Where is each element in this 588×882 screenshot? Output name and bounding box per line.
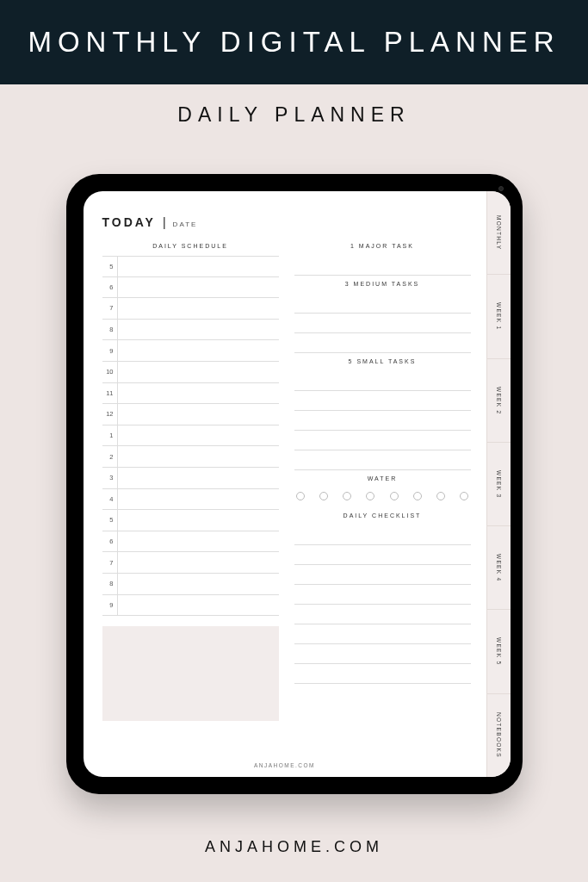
schedule-row[interactable]: 8 xyxy=(102,574,279,595)
water-circle-icon[interactable] xyxy=(436,492,445,500)
schedule-row[interactable]: 6 xyxy=(102,531,279,553)
subheader-title: DAILY PLANNER xyxy=(0,103,588,127)
task-line[interactable] xyxy=(294,431,471,450)
hour-label: 8 xyxy=(102,574,118,594)
medium-tasks-group: 3 MEDIUM TASKS xyxy=(294,281,471,353)
left-column: DAILY SCHEDULE 5 6 7 8 9 10 11 12 1 2 xyxy=(102,243,279,721)
tab-label: NOTEBOOKS xyxy=(496,712,502,758)
hour-label: 10 xyxy=(102,362,118,382)
planner-page: TODAY | DATE DAILY SCHEDULE 5 6 7 8 9 10 xyxy=(84,191,486,777)
tab-week-4[interactable]: WEEK 4 xyxy=(487,526,511,610)
hour-label: 11 xyxy=(102,383,118,404)
today-label: TODAY xyxy=(102,215,156,229)
hour-label: 2 xyxy=(102,446,118,467)
tab-label: WEEK 3 xyxy=(496,470,502,498)
water-circle-icon[interactable] xyxy=(296,492,305,500)
tab-label: WEEK 1 xyxy=(496,302,502,330)
medium-tasks-title: 3 MEDIUM TASKS xyxy=(294,281,471,287)
hour-label: 9 xyxy=(102,595,118,616)
schedule-row[interactable]: 8 xyxy=(102,320,279,341)
schedule-row[interactable]: 10 xyxy=(102,362,279,383)
water-circle-icon[interactable] xyxy=(390,492,399,500)
water-circle-icon[interactable] xyxy=(413,492,422,500)
checklist-line[interactable] xyxy=(294,664,471,684)
hour-label: 9 xyxy=(102,340,118,361)
checklist-line[interactable] xyxy=(294,644,471,664)
schedule-title: DAILY SCHEDULE xyxy=(102,243,279,249)
schedule-row[interactable]: 3 xyxy=(102,468,279,489)
tab-label: WEEK 2 xyxy=(496,387,502,414)
tab-week-3[interactable]: WEEK 3 xyxy=(487,443,511,526)
schedule-row[interactable]: 6 xyxy=(102,277,279,299)
schedule-row[interactable]: 5 xyxy=(102,256,279,277)
tab-strip: MONTHLY WEEK 1 WEEK 2 WEEK 3 WEEK 4 WEEK… xyxy=(486,191,511,777)
task-line[interactable] xyxy=(294,450,471,470)
subheader: DAILY PLANNER xyxy=(0,84,588,127)
schedule-row[interactable]: 7 xyxy=(102,552,279,574)
tab-notebooks[interactable]: NOTEBOOKS xyxy=(487,694,511,777)
water-row xyxy=(294,488,471,507)
tab-label: WEEK 5 xyxy=(496,637,502,665)
schedule-row[interactable]: 12 xyxy=(102,404,279,425)
camera-icon xyxy=(498,186,504,191)
task-line[interactable] xyxy=(294,333,471,353)
water-circle-icon[interactable] xyxy=(343,492,351,500)
checklist-line[interactable] xyxy=(294,545,471,565)
schedule-row[interactable]: 9 xyxy=(102,595,279,617)
hour-label: 7 xyxy=(102,298,118,319)
hour-label: 6 xyxy=(102,531,118,552)
schedule-row[interactable]: 7 xyxy=(102,298,279,320)
water-circle-icon[interactable] xyxy=(319,492,328,500)
checklist-line[interactable] xyxy=(294,585,471,605)
hour-label: 12 xyxy=(102,404,118,425)
task-line[interactable] xyxy=(294,391,471,411)
tablet-mockup: TODAY | DATE DAILY SCHEDULE 5 6 7 8 9 10 xyxy=(66,174,523,794)
hour-label: 5 xyxy=(102,257,118,276)
task-line[interactable] xyxy=(294,371,471,391)
schedule-row[interactable]: 11 xyxy=(102,383,279,405)
checklist-line[interactable] xyxy=(294,624,471,644)
tab-week-2[interactable]: WEEK 2 xyxy=(487,359,511,443)
checklist-group: DAILY CHECKLIST xyxy=(294,512,471,684)
header-title: MONTHLY DIGITAL PLANNER xyxy=(28,26,560,59)
water-circle-icon[interactable] xyxy=(460,492,468,500)
water-group: WATER xyxy=(294,475,471,507)
page-footer-url: ANJAHOME.COM xyxy=(84,762,486,768)
schedule-row[interactable]: 5 xyxy=(102,510,279,531)
schedule-row[interactable]: 9 xyxy=(102,340,279,362)
tab-week-5[interactable]: WEEK 5 xyxy=(487,610,511,693)
schedule-row[interactable]: 4 xyxy=(102,489,279,511)
hour-label: 1 xyxy=(102,425,118,446)
tablet-frame: TODAY | DATE DAILY SCHEDULE 5 6 7 8 9 10 xyxy=(66,174,523,794)
task-line[interactable] xyxy=(294,294,471,314)
small-tasks-group: 5 SMALL TASKS xyxy=(294,358,471,470)
checklist-title: DAILY CHECKLIST xyxy=(294,512,471,519)
water-title: WATER xyxy=(294,475,471,481)
today-row: TODAY | DATE xyxy=(102,215,471,229)
schedule-row[interactable]: 1 xyxy=(102,425,279,447)
schedule-row[interactable]: 2 xyxy=(102,446,279,468)
checklist-line[interactable] xyxy=(294,525,471,545)
small-tasks-title: 5 SMALL TASKS xyxy=(294,358,471,364)
hour-label: 7 xyxy=(102,552,118,573)
checklist-line[interactable] xyxy=(294,565,471,585)
hour-label: 6 xyxy=(102,277,118,298)
tablet-screen: TODAY | DATE DAILY SCHEDULE 5 6 7 8 9 10 xyxy=(84,191,511,777)
task-line[interactable] xyxy=(294,314,471,333)
task-line[interactable] xyxy=(294,256,471,276)
tab-label: WEEK 4 xyxy=(496,554,502,581)
hour-label: 8 xyxy=(102,320,118,340)
notes-box[interactable] xyxy=(102,626,279,721)
hour-label: 5 xyxy=(102,510,118,531)
date-label: DATE xyxy=(173,220,198,228)
right-column: 1 MAJOR TASK 3 MEDIUM TASKS 5 SMALL TASK… xyxy=(294,243,471,721)
brand-url: ANJAHOME.COM xyxy=(0,838,588,856)
task-line[interactable] xyxy=(294,411,471,431)
tab-monthly[interactable]: MONTHLY xyxy=(487,191,511,275)
major-task-title: 1 MAJOR TASK xyxy=(294,243,471,249)
tab-week-1[interactable]: WEEK 1 xyxy=(487,275,511,358)
checklist-line[interactable] xyxy=(294,605,471,624)
water-circle-icon[interactable] xyxy=(366,492,374,500)
tab-label: MONTHLY xyxy=(496,215,502,250)
hour-label: 4 xyxy=(102,489,118,510)
